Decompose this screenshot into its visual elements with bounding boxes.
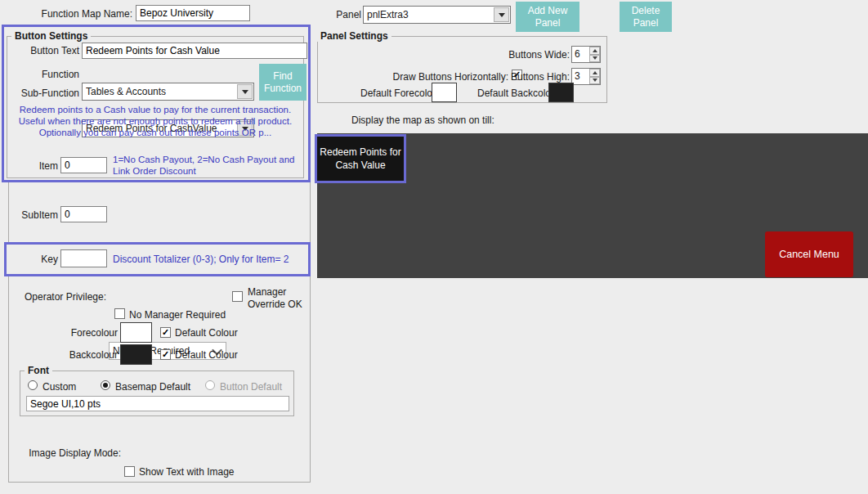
add-new-panel-button[interactable]: Add New Panel [516,2,579,32]
buttons-wide-stepper[interactable]: 6 [571,46,601,63]
subitem-label: SubItem [7,209,58,221]
buttons-high-label: Buttons High: [507,71,570,83]
item-input[interactable] [60,157,107,173]
sub-function-label: Sub-Function [7,88,79,99]
forecolour-default-checkbox[interactable]: ✓ [160,327,171,338]
function-label: Function [7,69,79,80]
buttons-high-stepper[interactable]: 3 [571,68,601,85]
backcolour-default-label: Default Colour [175,349,238,361]
no-manager-label: No Manager Required [129,309,226,321]
check-icon: ✓ [162,349,169,359]
show-text-with-image-label: Show Text with Image [139,466,235,478]
spinner-up-icon[interactable] [589,69,600,77]
cancel-menu-button[interactable]: Cancel Menu [765,231,853,277]
preview-button-highlight-frame: Redeem Points for Cash Value [315,134,406,183]
manager-override-checkbox[interactable] [232,291,243,302]
button-settings-title: Button Settings [11,30,91,42]
spinner-up-icon[interactable] [589,47,600,55]
spinner-down-icon[interactable] [589,77,600,85]
dropdown-arrow-icon[interactable] [237,84,253,99]
redeem-points-preview-button[interactable]: Redeem Points for Cash Value [317,137,404,181]
manager-override-label: Manager Override OK [248,286,310,311]
image-display-mode-label: Image Display Mode: [16,447,121,459]
font-custom-label: Custom [43,381,76,393]
button-text-label: Button Text [7,45,79,56]
draw-buttons-horizontally-label: Draw Buttons Horizontally: [391,71,508,83]
item-hint: 1=No Cash Payout, 2=No Cash Payout and L… [113,154,309,177]
backcolour-default-checkbox[interactable]: ✓ [160,349,171,360]
panel-select[interactable]: pnlExtra3 [363,6,511,24]
spinner-down-icon[interactable] [589,55,600,63]
function-description: Redeem points to a Cash value to pay for… [7,104,304,138]
panel-label: Panel [330,9,361,20]
function-map-name-input[interactable] [136,5,250,21]
default-backcolour-swatch[interactable] [548,83,574,102]
font-basemap-default-label: Basemap Default [115,381,190,393]
no-manager-checkbox[interactable] [114,308,125,319]
show-text-with-image-checkbox[interactable] [124,466,135,477]
backcolour-label: Backcolour [49,349,118,361]
dropdown-arrow-icon[interactable] [494,7,509,22]
font-group-title: Font [25,365,52,376]
font-button-default-radio[interactable] [205,380,215,390]
delete-panel-button[interactable]: Delete Panel [620,2,672,32]
check-icon: ✓ [162,327,169,337]
key-label: Key [7,254,58,265]
function-select-value: Tables & Accounts [86,86,253,97]
forecolour-default-label: Default Colour [175,327,238,339]
buttons-wide-label: Buttons Wide: [490,49,570,61]
default-forecolour-label: Default Forecolour [360,88,430,99]
buttons-wide-value: 6 [572,47,589,62]
forecolour-label: Forecolour [49,327,118,339]
font-value-input[interactable] [26,396,289,411]
function-select[interactable]: Tables & Accounts [82,83,254,101]
function-map-name-label: Function Map Name: [23,8,132,20]
buttons-high-value: 3 [572,69,589,84]
font-button-default-label: Button Default [220,381,282,393]
default-forecolour-swatch[interactable] [432,83,457,102]
forecolour-swatch[interactable] [120,322,152,343]
key-input[interactable] [60,249,107,267]
find-function-button[interactable]: Find Function [259,64,306,101]
display-map-label: Display the map as shown on till: [351,115,494,126]
item-label: Item [7,160,58,172]
subitem-input[interactable] [60,206,107,222]
backcolour-swatch[interactable] [120,344,152,365]
operator-privilege-label: Operator Privilege: [7,291,106,303]
button-text-input[interactable] [82,43,307,59]
font-custom-radio[interactable] [28,380,38,390]
default-backcolour-label: Default Backcolour [477,88,546,99]
panel-settings-title: Panel Settings [317,30,391,42]
panel-select-value: pnlExtra3 [367,9,510,20]
font-basemap-default-radio[interactable] [101,380,110,390]
key-hint: Discount Totalizer (0-3); Only for Item=… [113,254,289,265]
